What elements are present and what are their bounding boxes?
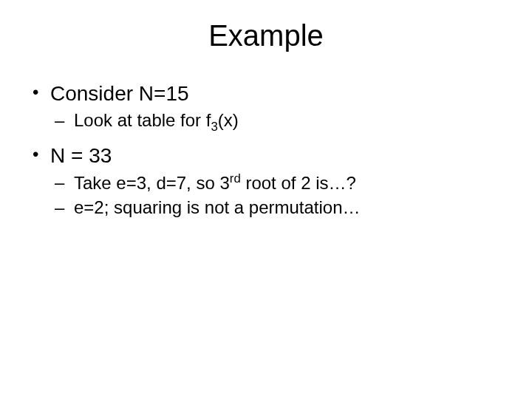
slide: Example Consider N=15 Look at table for …	[0, 0, 532, 399]
sub-bullet-list: Take e=3, d=7, so 3rd root of 2 is…? e=2…	[50, 171, 502, 219]
sub-bullet-text: Take e=3, d=7, so 3	[74, 173, 230, 193]
sub-bullet-item: e=2; squaring is not a permutation…	[50, 196, 502, 219]
sub-bullet-item: Look at table for f3(x)	[50, 109, 502, 135]
subscript: 3	[211, 120, 217, 134]
bullet-text: N = 33	[50, 144, 112, 167]
bullet-text: Consider N=15	[50, 82, 189, 105]
superscript: rd	[230, 171, 241, 185]
bullet-item: N = 33 Take e=3, d=7, so 3rd root of 2 i…	[30, 144, 502, 219]
bullet-list: Consider N=15 Look at table for f3(x) N …	[30, 82, 502, 219]
sub-bullet-text-tail: (x)	[218, 110, 239, 130]
slide-title: Example	[30, 19, 502, 52]
sub-bullet-text: e=2; squaring is not a permutation…	[74, 197, 361, 217]
sub-bullet-text: Look at table for f	[74, 110, 211, 130]
sub-bullet-item: Take e=3, d=7, so 3rd root of 2 is…?	[50, 171, 502, 195]
sub-bullet-text-tail: root of 2 is…?	[241, 173, 356, 193]
sub-bullet-list: Look at table for f3(x)	[50, 109, 502, 135]
bullet-item: Consider N=15 Look at table for f3(x)	[30, 82, 502, 135]
